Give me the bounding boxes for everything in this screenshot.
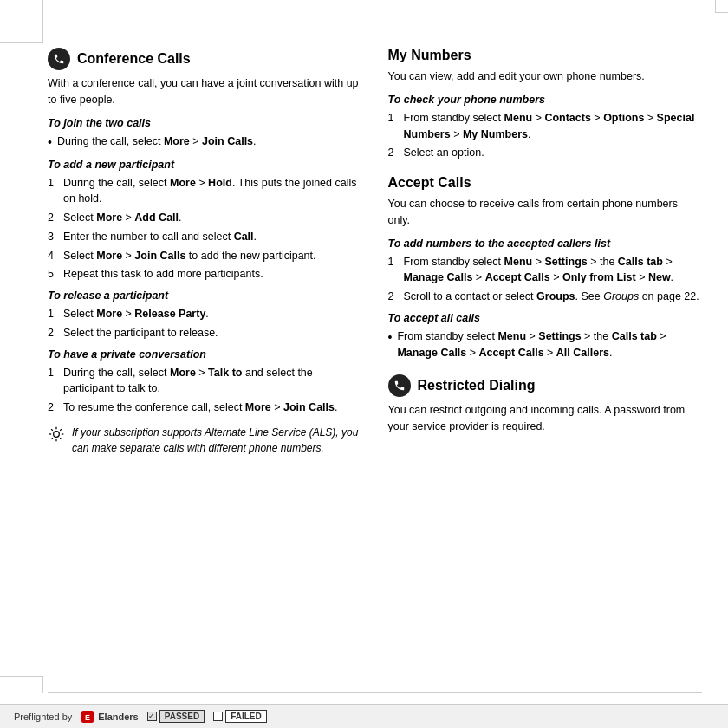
add-numbers-list: 1From standby select Menu > Settings > t… <box>388 254 703 305</box>
list-item: 2Scroll to a contact or select Groups. S… <box>388 289 703 305</box>
failed-checkbox-icon <box>213 712 223 721</box>
tip-text: If your subscription supports Alternate … <box>72 425 362 456</box>
accept-calls-desc: You can choose to receive calls from cer… <box>388 196 703 229</box>
check-phone-numbers-list: 1From standby select Menu > Contacts > O… <box>388 110 703 161</box>
left-column: Conference Calls With a conference call,… <box>48 48 362 676</box>
join-two-calls-title: To join the two calls <box>48 117 362 129</box>
svg-line-6 <box>60 438 62 439</box>
passed-checkbox-icon <box>147 712 157 721</box>
preflighted-by-label: Preflighted by <box>14 712 72 722</box>
list-item: 4Select More > Join Calls to add the new… <box>48 248 362 264</box>
svg-point-0 <box>54 431 60 437</box>
page-container: Conference Calls With a conference call,… <box>0 0 728 728</box>
add-participant-list: 1During the call, select More > Hold. Th… <box>48 175 362 283</box>
list-item: 2Select More > Add Call. <box>48 210 362 226</box>
join-two-calls-list: During the call, select More > Join Call… <box>48 133 362 152</box>
list-item: 2Select the participant to release. <box>48 325 362 341</box>
corner-fold-tl <box>0 0 43 43</box>
restricted-dialing-icon <box>388 374 411 397</box>
tip-box: If your subscription supports Alternate … <box>48 425 362 456</box>
right-column: My Numbers You can view, add and edit yo… <box>388 48 703 676</box>
list-item: 1From standby select Menu > Settings > t… <box>388 254 703 287</box>
list-item: 1During the call, select More > Talk to … <box>48 365 362 398</box>
conference-calls-title: Conference Calls <box>48 48 362 70</box>
list-item: 1From standby select Menu > Contacts > O… <box>388 110 703 143</box>
svg-text:E: E <box>85 713 90 722</box>
conference-calls-desc: With a conference call, you can have a j… <box>48 75 362 108</box>
list-item: 2Select an option. <box>388 145 703 161</box>
release-participant-list: 1Select More > Release Party. 2Select th… <box>48 306 362 341</box>
restricted-dialing-section: Restricted Dialing You can restrict outg… <box>388 374 703 435</box>
private-conversation-list: 1During the call, select More > Talk to … <box>48 365 362 416</box>
list-item: 1Select More > Release Party. <box>48 306 362 322</box>
preflight-bar: Preflighted by E Elanders PASSED FAILED <box>0 704 728 728</box>
failed-label: FAILED <box>225 710 267 723</box>
conference-calls-icon <box>48 48 70 70</box>
list-item: 2To resume the conference call, select M… <box>48 400 362 416</box>
failed-badge: FAILED <box>213 710 267 723</box>
check-phone-numbers-title: To check your phone numbers <box>388 94 703 106</box>
svg-line-8 <box>51 438 53 439</box>
footer-line <box>48 692 702 693</box>
list-item: From standby select Menu > Settings > th… <box>388 328 703 361</box>
add-numbers-title: To add numbers to the accepted callers l… <box>388 237 703 250</box>
accept-all-calls-list: From standby select Menu > Settings > th… <box>388 328 703 361</box>
corner-fold-tr <box>715 0 728 13</box>
elanders-logo: E Elanders <box>81 710 138 724</box>
private-conversation-title: To have a private conversation <box>48 348 362 361</box>
passed-badge: PASSED <box>147 710 205 723</box>
accept-calls-section: Accept Calls You can choose to receive c… <box>388 175 703 361</box>
add-participant-title: To add a new participant <box>48 159 362 171</box>
svg-line-5 <box>51 429 53 431</box>
list-item: 3Enter the number to call and select Cal… <box>48 229 362 245</box>
corner-fold-bl <box>0 676 43 693</box>
accept-all-calls-title: To accept all calls <box>388 312 703 324</box>
release-participant-title: To release a participant <box>48 289 362 302</box>
elanders-logo-icon: E <box>81 710 94 724</box>
phone-icon-2 <box>393 380 406 392</box>
list-item: 1During the call, select More > Hold. Th… <box>48 175 362 208</box>
restricted-dialing-desc: You can restrict outgoing and incoming c… <box>388 402 703 435</box>
restricted-dialing-title: Restricted Dialing <box>388 374 703 397</box>
elanders-brand-label: Elanders <box>98 712 138 722</box>
tip-icon <box>48 426 65 443</box>
phone-icon <box>53 53 65 65</box>
svg-line-7 <box>60 429 62 431</box>
my-numbers-section: My Numbers You can view, add and edit yo… <box>388 48 703 161</box>
tip-sun-icon <box>48 426 65 443</box>
accept-calls-title: Accept Calls <box>388 175 703 191</box>
passed-label: PASSED <box>159 710 205 723</box>
main-content: Conference Calls With a conference call,… <box>48 48 702 676</box>
my-numbers-title: My Numbers <box>388 48 703 63</box>
list-item: During the call, select More > Join Call… <box>48 133 362 152</box>
list-item: 5Repeat this task to add more participan… <box>48 266 362 283</box>
my-numbers-desc: You can view, add and edit your own phon… <box>388 68 703 85</box>
